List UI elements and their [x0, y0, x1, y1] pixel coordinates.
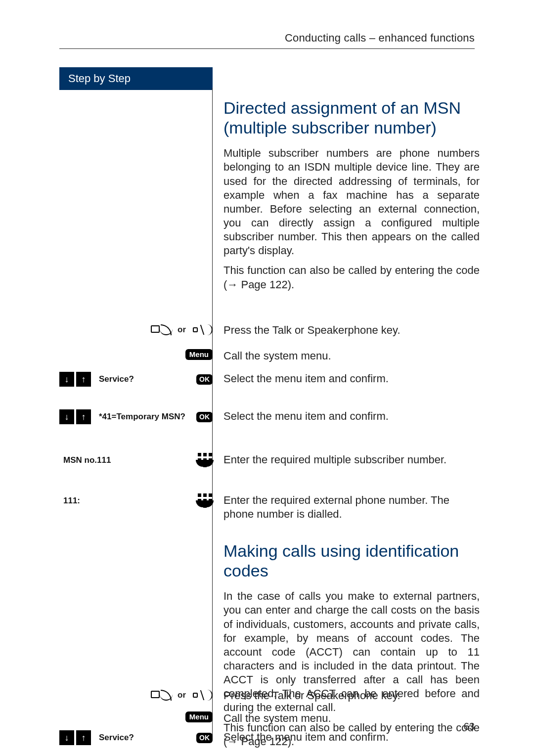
step-text: Select the menu item and confirm.: [223, 372, 480, 386]
speakerphone-key-icon[interactable]: [190, 689, 213, 702]
step-text: Enter the required external phone number…: [223, 493, 480, 521]
or-label: or: [178, 325, 186, 335]
step-row-dial: 111: Enter the required external phone n…: [59, 493, 480, 521]
step-row-talk-1: or Press the Talk or Speakerphone key.: [59, 323, 480, 337]
step-row-talk-2: or Press the Talk or Speakerphone key.: [59, 689, 480, 703]
keypad-icon[interactable]: [198, 493, 213, 508]
down-arrow-key[interactable]: ↓: [59, 409, 74, 424]
down-arrow-key[interactable]: ↓: [59, 730, 74, 745]
display-label-msnno: MSN no.111: [63, 455, 111, 465]
step-row-service-1: ↓ ↑ Service? OK Select the menu item and…: [59, 372, 480, 387]
step-text: Press the Talk or Speakerphone key.: [223, 689, 480, 703]
step-row-menu-2: Menu Call the system menu.: [59, 712, 480, 725]
section-heading-msn: Directed assignment of an MSN (multiple …: [223, 98, 480, 137]
running-head: Conducting calls – enhanced functions: [59, 32, 475, 44]
section1-p2: This function can also be called by ente…: [223, 264, 480, 291]
step-by-step-title: Step by Step: [59, 67, 213, 90]
ok-key[interactable]: OK: [196, 412, 213, 422]
display-label-tempmsn: *41=Temporary MSN?: [99, 412, 185, 421]
page-ref-link[interactable]: Page 122: [241, 278, 287, 291]
display-label-service: Service?: [99, 733, 134, 742]
up-arrow-key[interactable]: ↑: [76, 409, 91, 424]
step-row-menu-1: Menu Call the system menu.: [59, 349, 480, 363]
up-arrow-key[interactable]: ↑: [76, 372, 91, 387]
up-arrow-key[interactable]: ↑: [76, 730, 91, 745]
page-number: 63: [464, 721, 475, 732]
step-text: Press the Talk or Speakerphone key.: [223, 323, 480, 337]
ok-key[interactable]: OK: [196, 733, 213, 743]
ok-key[interactable]: OK: [196, 374, 213, 385]
talk-key-icon[interactable]: [151, 689, 174, 702]
step-text: Call the system menu.: [223, 349, 480, 363]
display-label-dial: 111:: [63, 496, 80, 505]
step-row-tempmsn: ↓ ↑ *41=Temporary MSN? OK Select the men…: [59, 409, 480, 424]
keypad-icon[interactable]: [198, 453, 213, 468]
talk-key-icon[interactable]: [151, 323, 174, 336]
step-text: Enter the required multiple subscriber n…: [223, 453, 480, 467]
header-rule: [59, 48, 475, 49]
step-row-msnno: MSN no.111 Enter the required multiple s…: [59, 453, 480, 468]
menu-key[interactable]: Menu: [185, 712, 213, 722]
display-label-service: Service?: [99, 374, 134, 384]
or-label: or: [178, 690, 186, 700]
step-row-service-2: ↓ ↑ Service? OK Select the menu item and…: [59, 730, 480, 745]
step-by-step-block: Step by Step: [59, 67, 213, 90]
section1-p1: Multiple subscriber numbers are phone nu…: [223, 146, 480, 258]
step-text: Select the menu item and confirm.: [223, 409, 480, 423]
arrow-right-icon: →: [227, 278, 241, 291]
menu-key[interactable]: Menu: [185, 349, 213, 360]
speakerphone-key-icon[interactable]: [190, 323, 213, 336]
section-heading-ident: Making calls using identification codes: [223, 541, 480, 580]
down-arrow-key[interactable]: ↓: [59, 372, 74, 387]
step-text: Call the system menu.: [223, 712, 480, 725]
step-text: Select the menu item and confirm.: [223, 730, 480, 744]
